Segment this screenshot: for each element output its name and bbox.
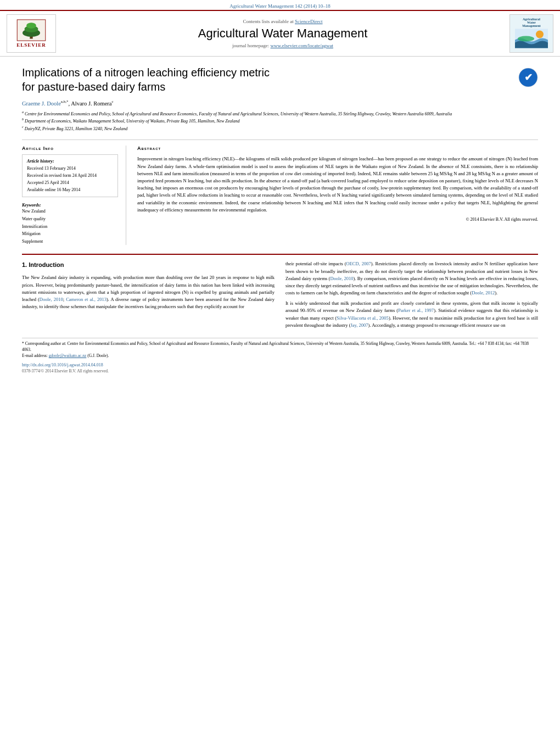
- doi-area: http://dx.doi.org/10.1016/j.agwat.2014.0…: [0, 359, 560, 373]
- elsevier-logo-container: ELSEVIER: [7, 14, 56, 53]
- elsevier-logo: ELSEVIER: [15, 19, 48, 48]
- accepted-date: Accepted 25 April 2014: [27, 180, 113, 187]
- affil-sup-a: a: [22, 110, 24, 114]
- crossmark-icon: ✔: [518, 68, 538, 87]
- cite-doole2010-1[interactable]: Doole, 2010: [40, 297, 63, 302]
- journal-title-block: Contents lists available at ScienceDirec…: [56, 19, 509, 48]
- journal-ref: Agricultural Water Management 142 (2014)…: [0, 0, 560, 10]
- homepage-link[interactable]: www.elsevier.com/locate/agwat: [271, 43, 333, 48]
- abstract-section: Abstract Improvement in nitrogen leachin…: [137, 146, 538, 245]
- journal-banner: ELSEVIER Contents lists available at Sci…: [0, 10, 560, 57]
- issn-text: 0378-3774/© 2014 Elsevier B.V. All right…: [22, 369, 538, 373]
- elsevier-tree-icon: [15, 19, 48, 41]
- article-info-title: Article Info: [22, 146, 118, 151]
- abstract-copyright: © 2014 Elsevier B.V. All rights reserved…: [137, 217, 538, 222]
- cite-parker1997[interactable]: Parker et al., 1997: [398, 308, 434, 313]
- intro-para1: The New Zealand dairy industry is expand…: [22, 274, 275, 310]
- footnote-divider: [22, 338, 538, 338]
- author1-sup: a,b,*: [61, 99, 69, 104]
- authors-line: Graeme J. Doolea,b,*, Alvaro J. Romerac: [22, 99, 538, 107]
- journal-logo-right: AgriculturalWaterManagement: [509, 14, 553, 53]
- keyword-3: Intensification: [22, 223, 118, 231]
- body-left-column: 1. Introduction The New Zealand dairy in…: [22, 260, 275, 332]
- affil-text-a: Centre for Environmental Economics and P…: [25, 111, 452, 116]
- keywords-list: New Zealand Water quality Intensificatio…: [22, 208, 118, 245]
- cite-doole2012[interactable]: Doole, 2012: [472, 290, 495, 295]
- author2: , Alvaro J. Romera: [68, 101, 111, 107]
- article-history-box: Article history: Received 13 February 20…: [22, 154, 118, 197]
- intro-heading: 1. Introduction: [22, 260, 275, 270]
- body-right-column: their potential off-site impacts (OECD, …: [285, 260, 538, 332]
- affil-text-b: Department of Economics, Waikato Managem…: [25, 119, 240, 124]
- contents-line: Contents lists available at ScienceDirec…: [61, 19, 504, 24]
- homepage-line: journal homepage: www.elsevier.com/locat…: [61, 43, 504, 48]
- history-label: Article history:: [27, 158, 113, 165]
- abstract-text: Improvement in nitrogen leaching efficie…: [137, 155, 538, 213]
- water-graphic-icon: [515, 27, 548, 49]
- affil-text-c: DairyNZ, Private Bag 3221, Hamilton 3240…: [25, 126, 128, 131]
- abstract-title: Abstract: [137, 146, 538, 151]
- cite-oecd2007[interactable]: OECD, 2007: [346, 261, 371, 266]
- available-date: Available online 16 May 2014: [27, 187, 113, 194]
- affil-sup-b: b: [22, 118, 24, 121]
- section-divider: [22, 254, 538, 255]
- footnote-area: * Corresponding author at: Centre for En…: [0, 338, 560, 359]
- divider-affiliations: [22, 140, 538, 140]
- elsevier-wordmark: ELSEVIER: [16, 42, 46, 48]
- article-title: Implications of a nitrogen leaching effi…: [22, 65, 538, 94]
- affiliations: a Centre for Environmental Economics and…: [22, 110, 538, 132]
- right-para2: It is widely understood that milk produc…: [285, 300, 538, 329]
- revised-date: Received in revised form 24 April 2014: [27, 172, 113, 180]
- journal-name: Agricultural Water Management: [61, 26, 504, 41]
- cite-jay2007[interactable]: Jay, 2007: [351, 322, 368, 328]
- keyword-2: Water quality: [22, 215, 118, 223]
- received-date: Received 13 February 2014: [27, 165, 113, 172]
- right-para1: their potential off-site impacts (OECD, …: [285, 260, 538, 297]
- doi-link[interactable]: http://dx.doi.org/10.1016/j.agwat.2014.0…: [22, 362, 103, 367]
- email-link[interactable]: gdoole@waikato.ac.nz: [49, 353, 87, 358]
- mini-journal-name: AgriculturalWaterManagement: [522, 18, 541, 27]
- body-columns: 1. Introduction The New Zealand dairy in…: [0, 260, 560, 332]
- keywords-section: Keywords: New Zealand Water quality Inte…: [22, 203, 118, 245]
- footnote-email: E-mail address: gdoole@waikato.ac.nz (G.…: [22, 353, 538, 359]
- svg-text:✔: ✔: [524, 72, 533, 83]
- affil-sup-c: c: [22, 125, 24, 129]
- keyword-1: New Zealand: [22, 208, 118, 215]
- cite-doole2010-2[interactable]: Doole, 2010: [330, 276, 353, 281]
- svg-point-7: [536, 31, 544, 38]
- keyword-5: Supplement: [22, 238, 118, 246]
- cite-cameron2013[interactable]: Cameron et al., 2013: [66, 297, 107, 302]
- article-content: ✔ Implications of a nitrogen leaching ef…: [0, 57, 560, 245]
- cite-silva2005[interactable]: Silva-Villacorta et al., 2005: [337, 315, 389, 321]
- keywords-label: Keywords:: [22, 203, 118, 208]
- crossmark-container: ✔: [518, 68, 538, 88]
- svg-point-4: [26, 23, 36, 29]
- keyword-4: Mitigation: [22, 230, 118, 238]
- sciencedirect-link[interactable]: ScienceDirect: [295, 19, 322, 24]
- author2-sup: c: [112, 99, 114, 104]
- info-abstract-section: Article Info Article history: Received 1…: [22, 146, 538, 245]
- footnote-star: * Corresponding author at: Centre for En…: [22, 341, 538, 353]
- svg-point-8: [518, 36, 534, 42]
- article-info-column: Article Info Article history: Received 1…: [22, 146, 126, 245]
- author1-link[interactable]: Graeme J. Doole: [22, 101, 61, 107]
